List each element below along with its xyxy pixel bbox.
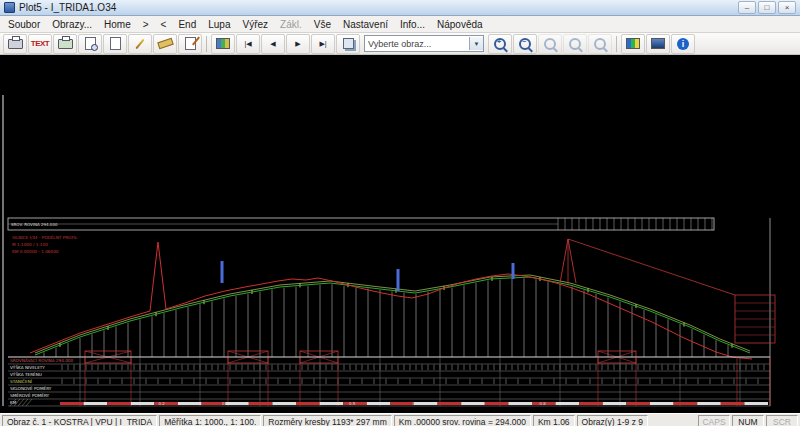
window-title: Plot5 - I_TRIDA1.O34 — [19, 2, 734, 13]
first-image-button-icon: |◀ — [244, 40, 251, 48]
menu-item-home[interactable]: Home — [98, 18, 137, 31]
status-panel-3: Rozměry kresby 1193* 297 mm — [263, 415, 391, 426]
plot-button[interactable] — [53, 34, 77, 54]
menu-bar: SouborObrazy...Home><EndLupaVýřezZákl.Vš… — [0, 16, 800, 33]
toolbar-separator — [616, 36, 617, 52]
menu-item-ve[interactable]: Vše — [308, 18, 337, 31]
zoom-in-button[interactable]: + — [488, 34, 512, 54]
magnifier-icon — [594, 38, 606, 50]
menu-item-nav3[interactable]: > — [137, 18, 155, 31]
svg-text:0.9: 0.9 — [603, 401, 610, 406]
close-button[interactable]: × — [778, 1, 796, 14]
magnifier-icon — [544, 38, 556, 50]
first-image-button[interactable]: |◀ — [236, 34, 260, 54]
toolbar-separator — [206, 36, 207, 52]
monitor-icon — [651, 38, 665, 49]
svg-text:0.5: 0.5 — [349, 401, 356, 406]
status-key-caps: CAPS — [698, 415, 730, 426]
preview-button[interactable] — [78, 34, 102, 54]
printer-icon — [8, 39, 23, 49]
menu-item-info[interactable]: Info... — [394, 18, 431, 31]
svg-text:0.6: 0.6 — [413, 401, 420, 406]
next-image-button[interactable]: ▶ — [286, 34, 310, 54]
drawing-canvas[interactable]: SROV. ROVINA 294.000SILNICE I/34 - PODÉL… — [0, 55, 800, 413]
text-icon: TEXT — [31, 39, 49, 48]
dimension-button[interactable] — [178, 34, 202, 54]
monitor-button[interactable] — [646, 34, 670, 54]
svg-text:VÝŠKA TERÉNU: VÝŠKA TERÉNU — [10, 372, 42, 377]
colors-icon — [626, 38, 640, 49]
status-panel-6: Obraz(y) 1-9 z 9 — [577, 415, 648, 426]
zoom-all-button[interactable] — [588, 34, 612, 54]
menu-item-zkl[interactable]: Zákl. — [274, 18, 308, 31]
app-icon — [4, 2, 15, 13]
menu-item-soubor[interactable]: Soubor — [2, 18, 46, 31]
toolbar: TEXT|◀◀▶▶|Vyberte obraz...▼+−i — [0, 33, 800, 55]
menu-item-obrazy[interactable]: Obrazy... — [46, 18, 98, 31]
print-preview-icon — [85, 37, 96, 50]
status-panel-4: Km .00000 srov. rovina = 294.000 — [394, 415, 531, 426]
status-bar: Obraz č. 1 - KOSTRA | VPU | I_TRIDAMěřít… — [0, 413, 800, 426]
svg-text:1.0: 1.0 — [667, 401, 674, 406]
colors-button[interactable] — [621, 34, 645, 54]
menu-item-vez[interactable]: Výřez — [237, 18, 275, 31]
image-select-combo[interactable]: Vyberte obraz...▼ — [364, 35, 484, 52]
magnifier-icon — [569, 38, 581, 50]
svg-text:SKLONOVÉ POMĚRY: SKLONOVÉ POMĚRY — [10, 386, 52, 391]
frames-button[interactable] — [336, 34, 360, 54]
status-key-num: NUM — [732, 415, 764, 426]
status-panel-1: Obraz č. 1 - KOSTRA | VPU | I_TRIDA — [2, 415, 157, 426]
svg-text:VÝŠKA NIVELETY: VÝŠKA NIVELETY — [10, 365, 45, 370]
last-image-button-icon: ▶| — [319, 40, 326, 48]
dimension-icon — [185, 37, 196, 50]
app-window: { "window": { "title": "Plot5 - I_TRIDA1… — [0, 0, 800, 426]
new-page-button[interactable] — [103, 34, 127, 54]
title-bar[interactable]: Plot5 - I_TRIDA1.O34 –□× — [0, 0, 800, 16]
svg-text:KM 0.00000 - 1.06000: KM 0.00000 - 1.06000 — [12, 249, 59, 254]
svg-text:STANIČENÍ: STANIČENÍ — [10, 379, 33, 384]
zoom-window-button[interactable] — [538, 34, 562, 54]
pen-icon — [135, 38, 144, 48]
chevron-down-icon[interactable]: ▼ — [469, 37, 483, 50]
status-panel-2: Měřítka 1: 1000., 1: 100. — [159, 415, 261, 426]
menu-item-lupa[interactable]: Lupa — [202, 18, 236, 31]
last-image-button[interactable]: ▶| — [311, 34, 335, 54]
page-icon — [110, 37, 121, 50]
screen-icon — [216, 38, 230, 49]
magnifier-icon: + — [494, 38, 506, 50]
info-button[interactable]: i — [671, 34, 695, 54]
frames-icon — [343, 38, 354, 49]
ruler-icon — [157, 38, 173, 49]
zoom-prev-button[interactable] — [563, 34, 587, 54]
svg-text:0.4: 0.4 — [286, 401, 293, 406]
screen-setup-button[interactable] — [211, 34, 235, 54]
print-button[interactable] — [3, 34, 27, 54]
magnifier-icon: − — [519, 38, 531, 50]
combo-value: Vyberte obraz... — [365, 39, 469, 49]
window-controls: –□× — [738, 1, 796, 14]
svg-text:0.1: 0.1 — [95, 401, 102, 406]
svg-text:SROV. ROVINA 294.000: SROV. ROVINA 294.000 — [11, 222, 58, 227]
svg-text:SILNICE I/34 - PODÉLNÝ PROFIL: SILNICE I/34 - PODÉLNÝ PROFIL — [12, 235, 78, 240]
svg-text:0.8: 0.8 — [540, 401, 547, 406]
next-image-button-icon: ▶ — [295, 40, 300, 48]
prev-image-button[interactable]: ◀ — [261, 34, 285, 54]
minimize-button[interactable]: – — [738, 1, 756, 14]
info-icon: i — [677, 38, 689, 50]
menu-item-nastaven[interactable]: Nastavení — [337, 18, 394, 31]
zoom-out-button[interactable]: − — [513, 34, 537, 54]
status-panel-5: Km 1.06 — [533, 415, 575, 426]
ruler-button[interactable] — [153, 34, 177, 54]
menu-item-end[interactable]: End — [172, 18, 202, 31]
menu-item-npovda[interactable]: Nápověda — [431, 18, 489, 31]
text-button[interactable]: TEXT — [28, 34, 52, 54]
menu-item-nav4[interactable]: < — [155, 18, 173, 31]
svg-text:0.3: 0.3 — [222, 401, 229, 406]
profile-drawing: SROV. ROVINA 294.000SILNICE I/34 - PODÉL… — [0, 55, 800, 413]
pen-button[interactable] — [128, 34, 152, 54]
svg-text:0.2: 0.2 — [159, 401, 166, 406]
status-key-scr: SCR — [766, 415, 798, 426]
prev-image-button-icon: ◀ — [270, 40, 275, 48]
svg-text:SROVNÁVACÍ ROVINA 294.000: SROVNÁVACÍ ROVINA 294.000 — [10, 358, 73, 363]
maximize-button[interactable]: □ — [758, 1, 776, 14]
